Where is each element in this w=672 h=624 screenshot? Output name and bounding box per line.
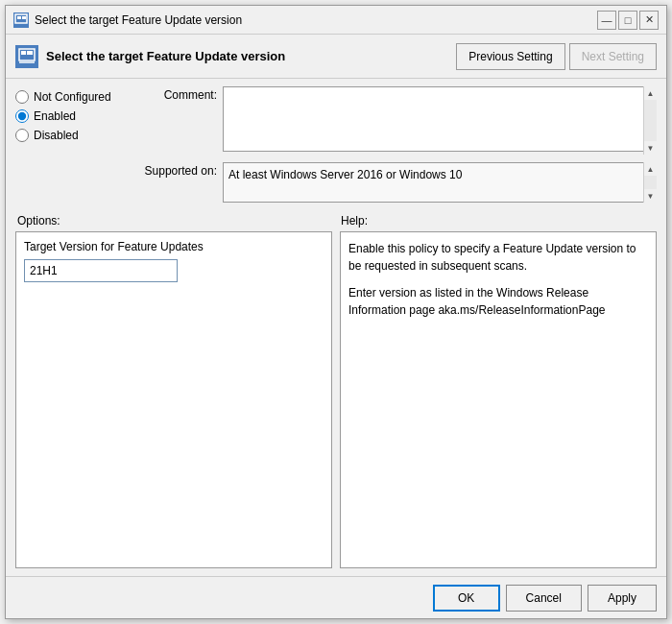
svg-rect-4 (21, 51, 26, 55)
ok-button[interactable]: OK (433, 585, 500, 612)
options-header: Options: (15, 214, 333, 228)
main-window: Select the target Feature Update version… (5, 5, 667, 619)
svg-rect-1 (17, 16, 21, 19)
options-panel: Target Version for Feature Updates (15, 231, 332, 568)
header-title: Select the target Feature Update version (46, 49, 285, 63)
minimize-button[interactable]: — (597, 11, 616, 30)
not-configured-option[interactable]: Not Configured (15, 90, 131, 104)
window-icon (13, 12, 29, 28)
apply-button[interactable]: Apply (588, 585, 657, 612)
help-text-1: Enable this policy to specify a Feature … (348, 240, 648, 275)
supported-row: Supported on: At least Windows Server 20… (131, 162, 657, 203)
panels-header: Options: Help: (15, 214, 657, 228)
help-text-2: Enter version as listed in the Windows R… (348, 284, 648, 319)
supported-scroll-track (644, 176, 657, 189)
target-version-label: Target Version for Feature Updates (24, 240, 324, 253)
disabled-label: Disabled (34, 129, 79, 142)
title-bar-left: Select the target Feature Update version (13, 12, 242, 28)
help-header: Help: (333, 214, 657, 228)
disabled-option[interactable]: Disabled (15, 129, 131, 142)
svg-rect-5 (27, 51, 33, 55)
comment-textarea[interactable] (223, 86, 657, 152)
scroll-track (644, 100, 657, 141)
enabled-label: Enabled (34, 109, 76, 123)
help-panel: Enable this policy to specify a Feature … (340, 231, 657, 568)
target-version-input[interactable] (24, 259, 178, 282)
not-configured-label: Not Configured (34, 90, 111, 104)
cancel-button[interactable]: Cancel (506, 585, 582, 612)
disabled-radio[interactable] (15, 129, 29, 142)
header-left: Select the target Feature Update version (15, 45, 285, 68)
supported-text: At least Windows Server 2016 or Windows … (227, 166, 464, 183)
supported-scrollbar: ▲ ▼ (643, 162, 657, 203)
footer: OK Cancel Apply (6, 576, 666, 618)
scroll-up-arrow[interactable]: ▲ (644, 86, 658, 100)
window-title: Select the target Feature Update version (35, 13, 242, 27)
enabled-radio[interactable] (15, 109, 29, 123)
scroll-down-arrow[interactable]: ▼ (644, 141, 658, 155)
not-configured-radio[interactable] (15, 90, 29, 104)
title-bar-controls: — □ ✕ (597, 11, 659, 30)
supported-scroll-down[interactable]: ▼ (644, 189, 658, 203)
policy-icon (15, 45, 38, 68)
header-bar: Select the target Feature Update version… (6, 35, 666, 79)
panels-content: Target Version for Feature Updates Enabl… (15, 231, 657, 568)
supported-label: Supported on: (131, 162, 217, 178)
top-section: Not Configured Enabled Disabled Comment: (15, 86, 657, 206)
enabled-option[interactable]: Enabled (15, 109, 131, 123)
content-area: Not Configured Enabled Disabled Comment: (6, 79, 666, 576)
maximize-button[interactable]: □ (618, 11, 637, 30)
previous-setting-button[interactable]: Previous Setting (456, 43, 564, 70)
comment-label: Comment: (131, 86, 217, 102)
header-buttons: Previous Setting Next Setting (456, 43, 657, 70)
supported-area: At least Windows Server 2016 or Windows … (223, 162, 657, 203)
title-bar: Select the target Feature Update version… (6, 6, 666, 35)
comment-row: Comment: ▲ ▼ (131, 86, 657, 155)
radio-group: Not Configured Enabled Disabled (15, 86, 131, 206)
supported-scroll-up[interactable]: ▲ (644, 162, 658, 176)
svg-rect-2 (22, 16, 26, 19)
next-setting-button[interactable]: Next Setting (569, 43, 657, 70)
comment-section: Comment: ▲ ▼ Supported on: At (131, 86, 657, 206)
comment-scrollbar: ▲ ▼ (643, 86, 657, 155)
main-panels: Options: Help: Target Version for Featur… (15, 214, 657, 568)
close-button[interactable]: ✕ (639, 11, 659, 30)
